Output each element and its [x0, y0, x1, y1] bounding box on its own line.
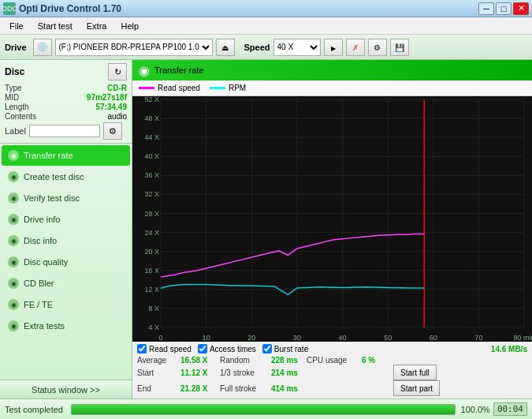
menu-file[interactable]: File: [3, 20, 30, 32]
nav-transfer-rate[interactable]: ◉ Transfer rate: [2, 145, 130, 166]
disc-contents-val: audio: [108, 112, 127, 121]
stat-val-average: 16.58 X: [180, 356, 220, 365]
eject-button[interactable]: [216, 39, 235, 56]
chart-legend: Read speed RPM: [132, 80, 532, 96]
menu-extra[interactable]: Extra: [80, 20, 113, 32]
status-bar: Test completed 100.0% 00:04: [0, 398, 532, 419]
time-display: 00:04: [493, 402, 527, 416]
disc-type-key: Type: [5, 84, 22, 92]
nav-fe-te[interactable]: ◉ FE / TE: [2, 294, 130, 315]
disc-contents-key: Contents: [5, 112, 36, 121]
nav-extra-tests[interactable]: ◉ Extra tests: [2, 316, 130, 336]
nav-icon-fe-te: ◉: [8, 299, 19, 310]
legend-rpm: RPM: [210, 84, 246, 92]
start-part-button[interactable]: Start part: [393, 380, 440, 396]
nav-icon-bler: ◉: [8, 278, 19, 289]
legend-label-read: Read speed: [158, 84, 200, 92]
nav-icon-quality: ◉: [8, 256, 19, 267]
nav-cd-bler[interactable]: ◉ CD Bler: [2, 273, 130, 294]
chart-canvas: [132, 96, 532, 342]
disc-mid-key: MID: [5, 93, 19, 102]
stat-val-full-stroke: 414 ms: [271, 380, 307, 396]
speed-arrow-button[interactable]: [324, 39, 343, 56]
close-button[interactable]: ✕: [513, 2, 529, 15]
save-button[interactable]: [390, 39, 409, 56]
status-window-button[interactable]: Status window >>: [0, 380, 132, 398]
maximize-button[interactable]: □: [496, 2, 512, 15]
checkbox-burst-rate[interactable]: Burst rate: [262, 344, 308, 354]
nav-disc-info[interactable]: ◉ Disc info: [2, 230, 130, 251]
legend-color-read: [139, 87, 154, 89]
legend-color-rpm: [210, 87, 225, 89]
nav-disc-quality[interactable]: ◉ Disc quality: [2, 252, 130, 272]
cb-access-times-input[interactable]: [198, 344, 207, 354]
checkbox-row: Read speed Access times Burst rate 14.6 …: [137, 344, 527, 354]
stats-row-1: Start 11.12 X 1/3 stroke 214 ms Start fu…: [137, 365, 527, 380]
stat-val-cpu: 6 %: [362, 356, 393, 365]
cb-burst-rate-input[interactable]: [262, 344, 272, 354]
legend-read-speed: Read speed: [139, 84, 200, 92]
chart-header-icon: ◉: [139, 63, 150, 78]
nav-label-verify: Verify test disc: [24, 193, 80, 203]
stats-row-0: Average 16.58 X Random 228 ms CPU usage …: [137, 356, 527, 365]
stat-val-end: 21.28 X: [180, 380, 220, 396]
nav-icon-drive: ◉: [8, 214, 19, 225]
nav-icon-transfer: ◉: [8, 150, 19, 161]
nav-icon-disc: ◉: [8, 235, 19, 246]
status-window-label: Status window >>: [32, 385, 100, 395]
drive-label: Drive: [5, 43, 27, 52]
disc-mid-val: 97m27s18f: [87, 93, 127, 102]
cb-read-speed-label: Read speed: [149, 345, 192, 354]
nav-verify-test-disc[interactable]: ◉ Verify test disc: [2, 188, 130, 208]
menubar: File Start test Extra Help: [0, 17, 532, 35]
menu-help[interactable]: Help: [114, 20, 145, 32]
checkbox-access-times[interactable]: Access times: [198, 344, 256, 354]
stat-key-end: End: [137, 380, 180, 396]
nav-label-transfer: Transfer rate: [24, 151, 73, 160]
cb-read-speed-input[interactable]: [137, 344, 147, 354]
titlebar-controls: ─ □ ✕: [478, 2, 529, 15]
stat-key-cpu: CPU usage: [307, 356, 362, 365]
start-full-button[interactable]: Start full: [393, 365, 437, 380]
stat-key-random: Random: [220, 356, 271, 365]
stat-key-start: Start: [137, 365, 180, 380]
toolbar: Drive 💿 (F:) PIONEER BDR-PR1EPA PP100 1.…: [0, 35, 532, 60]
nav-create-test-disc[interactable]: ◉ Create test disc: [2, 166, 130, 187]
disc-refresh-button[interactable]: ↻: [108, 63, 127, 80]
progress-bar: [71, 404, 456, 415]
stats-table: Average 16.58 X Random 228 ms CPU usage …: [137, 356, 527, 396]
disc-info-panel: Disc ↻ Type CD-R MID 97m27s18f Length 57…: [0, 60, 132, 144]
chart-area: [132, 96, 532, 342]
progress-bar-fill: [72, 405, 455, 414]
disc-label-key: Label: [5, 126, 26, 136]
stat-val-start: 11.12 X: [180, 365, 220, 380]
nav-drive-info[interactable]: ◉ Drive info: [2, 209, 130, 230]
stats-row-2: End 21.28 X Full stroke 414 ms Start par…: [137, 380, 527, 396]
nav-label-create: Create test disc: [24, 172, 84, 181]
speed-select[interactable]: 40 X: [273, 39, 321, 56]
status-text: Test completed: [5, 405, 68, 414]
nav-label-fe-te: FE / TE: [24, 300, 53, 309]
stat-val-random: 228 ms: [271, 356, 307, 365]
eraser-button[interactable]: [346, 39, 365, 56]
drive-icon-button[interactable]: 💿: [33, 39, 52, 56]
disc-length-key: Length: [5, 103, 29, 111]
right-panel: ◉ Transfer rate Read speed RPM R: [132, 60, 532, 398]
checkbox-read-speed[interactable]: Read speed: [137, 344, 192, 354]
legend-label-rpm: RPM: [229, 84, 246, 92]
disc-label-input[interactable]: [29, 125, 100, 137]
settings-button[interactable]: [368, 39, 387, 56]
menu-start-test[interactable]: Start test: [32, 20, 79, 32]
titlebar: ODC Opti Drive Control 1.70 ─ □ ✕: [0, 0, 532, 17]
label-settings-button[interactable]: ⚙: [103, 122, 122, 140]
minimize-button[interactable]: ─: [478, 2, 494, 15]
disc-length-val: 57:34.49: [96, 103, 127, 111]
nav-icon-verify: ◉: [8, 193, 19, 204]
stat-key-1-3-stroke: 1/3 stroke: [220, 365, 271, 380]
nav-label-drive: Drive info: [24, 215, 60, 224]
drive-select[interactable]: (F:) PIONEER BDR-PR1EPA PP100 1.00: [55, 39, 213, 56]
nav-icon-create: ◉: [8, 171, 19, 182]
speed-label: Speed: [244, 43, 270, 52]
app-icon: ODC: [3, 2, 16, 15]
nav-label-quality: Disc quality: [24, 257, 68, 267]
